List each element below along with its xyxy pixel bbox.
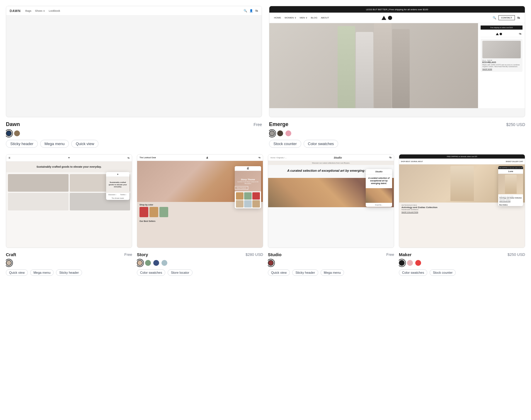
studio-mobile-hero: A curated selection of exceptional art b… bbox=[366, 174, 392, 187]
story-tag-color[interactable]: Color swatches bbox=[137, 269, 165, 276]
studio-announcement: Discover our cutest collections from Lex… bbox=[268, 161, 394, 165]
emerge-product-link[interactable]: SHOP NOW bbox=[482, 68, 521, 70]
dawn-header: DAWN Bags Shoes ∨ Lookbook 🔍 👤 🛍 bbox=[6, 6, 262, 16]
story-mobile-hero-sub: Comfort From Base Camp to the Mountains bbox=[235, 181, 261, 184]
maker-swatch-3[interactable] bbox=[415, 260, 421, 266]
studio-logo: Studio bbox=[334, 156, 342, 159]
dawn-tag-quick[interactable]: Quick view bbox=[71, 140, 98, 148]
studio-info: Studio Free Quick view Sticky header Meg… bbox=[268, 248, 394, 280]
maker-title: Maker bbox=[399, 252, 411, 257]
story-header: The Lookout Gear & 🛍 bbox=[137, 154, 263, 161]
story-mobile-view-btn[interactable]: View Products bbox=[235, 186, 248, 190]
studio-header: Home / Originals / ... Studio 🛍 bbox=[268, 154, 394, 161]
craft-card: ☰ ✦ 🛍 Sustainably crafted goods to eleva… bbox=[6, 154, 132, 280]
dawn-nav: Bags Shoes ∨ Lookbook bbox=[25, 9, 60, 12]
story-swatches bbox=[137, 260, 263, 266]
story-preview[interactable]: The Lookout Gear & 🛍 Shop by color Our B… bbox=[137, 154, 263, 248]
studio-preview[interactable]: Home / Originals / ... Studio 🛍 Discover… bbox=[268, 154, 394, 248]
emerge-preview[interactable]: LESS BUT BETTER | Free shipping for all … bbox=[269, 6, 525, 117]
dawn-price: Free bbox=[253, 122, 262, 127]
maker-tag-color[interactable]: Color swatches bbox=[399, 269, 427, 276]
story-swatch-3[interactable] bbox=[153, 260, 159, 266]
maker-swatch-1[interactable] bbox=[399, 260, 405, 266]
craft-tag-quick[interactable]: Quick view bbox=[6, 269, 28, 276]
maker-mobile-topbar: FREE SHIPPING on domestic orders over $7… bbox=[498, 166, 523, 169]
story-swatch-2[interactable] bbox=[145, 260, 151, 266]
story-mobile-product-1 bbox=[236, 192, 244, 200]
dawn-tag-mega[interactable]: Mega menu bbox=[40, 140, 69, 148]
emerge-model-3 bbox=[374, 23, 392, 108]
story-swatch-1[interactable] bbox=[137, 260, 143, 266]
story-swatch-4[interactable] bbox=[161, 260, 167, 266]
studio-swatch-1[interactable] bbox=[268, 260, 274, 266]
story-title-row: Story $280 USD bbox=[137, 252, 263, 257]
studio-tag-quick[interactable]: Quick view bbox=[268, 269, 290, 276]
story-mobile-header: & bbox=[235, 166, 261, 171]
story-title: Story bbox=[137, 252, 148, 257]
craft-mobile-overlay: ✦ Sustainably crafted goods to elevate y… bbox=[106, 172, 130, 200]
maker-mobile-logo: Luna bbox=[508, 170, 513, 172]
story-tag-store[interactable]: Store locator bbox=[168, 269, 192, 276]
emerge-nav-blog: BLOG bbox=[311, 16, 317, 19]
story-logo: & bbox=[206, 156, 208, 159]
maker-topbar: FREE SHIPPING on domestic orders over $7… bbox=[399, 154, 525, 159]
craft-title-row: Craft Free bbox=[6, 252, 132, 257]
dawn-nav-bags: Bags bbox=[25, 9, 32, 12]
emerge-sidebar-topbar: Free shipping on orders over $100 bbox=[481, 25, 523, 30]
dawn-title-row: Dawn Free bbox=[6, 121, 262, 127]
maker-swatch-2[interactable] bbox=[407, 260, 413, 266]
dawn-swatch-2[interactable] bbox=[14, 130, 20, 136]
maker-mobile-product-title: Astrology and Zodiac Collection bbox=[499, 197, 522, 199]
craft-preview[interactable]: ☰ ✦ 🛍 Sustainably crafted goods to eleva… bbox=[6, 154, 132, 248]
craft-product-1 bbox=[8, 174, 69, 192]
emerge-tag-stock[interactable]: Stock counter bbox=[269, 140, 301, 148]
emerge-tag-color[interactable]: Color swatches bbox=[304, 140, 338, 148]
emerge-product-sub: Made with 100% GOTS and at-once to combi… bbox=[482, 64, 521, 67]
craft-info: Craft Free Quick view Mega menu Sticky h… bbox=[6, 248, 132, 280]
emerge-swatch-1[interactable] bbox=[269, 130, 275, 136]
cart-icon: 🛍 bbox=[255, 9, 258, 12]
dawn-swatch-1[interactable] bbox=[6, 130, 12, 136]
craft-hero: Sustainably crafted goods to elevate you… bbox=[6, 161, 132, 172]
craft-tag-sticky[interactable]: Sticky header bbox=[56, 269, 82, 276]
emerge-contact-btn[interactable]: CONTACT bbox=[498, 15, 515, 20]
dawn-preview[interactable]: DAWN Bags Shoes ∨ Lookbook 🔍 👤 🛍 bbox=[6, 6, 262, 117]
studio-card: Home / Originals / ... Studio 🛍 Discover… bbox=[268, 154, 394, 280]
studio-mobile-hero-title: A curated selection of exceptional art b… bbox=[368, 177, 390, 185]
emerge-logo-circle bbox=[388, 16, 392, 20]
craft-cart-icon: 🛍 bbox=[127, 157, 130, 159]
emerge-swatch-2[interactable] bbox=[277, 130, 283, 136]
emerge-product-title: ECO-RELAXO bbox=[482, 61, 521, 63]
emerge-nav-women: WOMEN ∨ bbox=[285, 16, 296, 19]
studio-tag-mega[interactable]: Mega menu bbox=[321, 269, 344, 276]
studio-tag-sticky[interactable]: Sticky header bbox=[292, 269, 318, 276]
dawn-tag-sticky[interactable]: Sticky header bbox=[6, 140, 38, 148]
craft-tag-mega[interactable]: Mega menu bbox=[30, 269, 54, 276]
maker-nav-left: SHOP ABOUT JOURNAL ABOUT bbox=[401, 161, 423, 162]
studio-tags: Quick view Sticky header Mega menu bbox=[268, 269, 394, 276]
story-mobile-row bbox=[236, 192, 260, 200]
maker-nav-right: BASKET GALLERY CART bbox=[506, 161, 523, 162]
maker-mobile-link[interactable]: SHOP COLLECTION bbox=[499, 200, 522, 202]
story-info: Story $280 USD Color swatches Store loca… bbox=[137, 248, 263, 280]
craft-swatches bbox=[6, 260, 132, 266]
emerge-swatches bbox=[269, 130, 525, 136]
craft-label-textiles: Textiles + bbox=[118, 194, 129, 195]
emerge-model-4 bbox=[392, 29, 410, 108]
story-nav-left: The Lookout Gear bbox=[139, 157, 156, 159]
dawn-nav-lookbook: Lookbook bbox=[49, 9, 60, 12]
studio-expertly-label: Expertly... bbox=[366, 203, 392, 207]
maker-preview[interactable]: FREE SHIPPING on domestic orders over $7… bbox=[399, 154, 525, 248]
story-mobile-product-3 bbox=[252, 192, 260, 200]
emerge-nav-home: HOME bbox=[274, 16, 281, 19]
search-icon: 🔍 bbox=[244, 9, 247, 12]
maker-product-link[interactable]: SHOP COLLECTION bbox=[401, 211, 523, 213]
story-mobile-logo: & bbox=[247, 167, 249, 170]
emerge-sidebar-tri bbox=[496, 33, 499, 35]
craft-product-3 bbox=[8, 193, 69, 210]
craft-swatch-1[interactable] bbox=[6, 260, 12, 266]
emerge-header-right: 🔍 CONTACT 🛍 bbox=[493, 15, 520, 20]
emerge-swatch-3[interactable] bbox=[285, 130, 291, 136]
maker-tag-stock[interactable]: Stock counter bbox=[430, 269, 456, 276]
dawn-title: Dawn bbox=[6, 121, 20, 127]
